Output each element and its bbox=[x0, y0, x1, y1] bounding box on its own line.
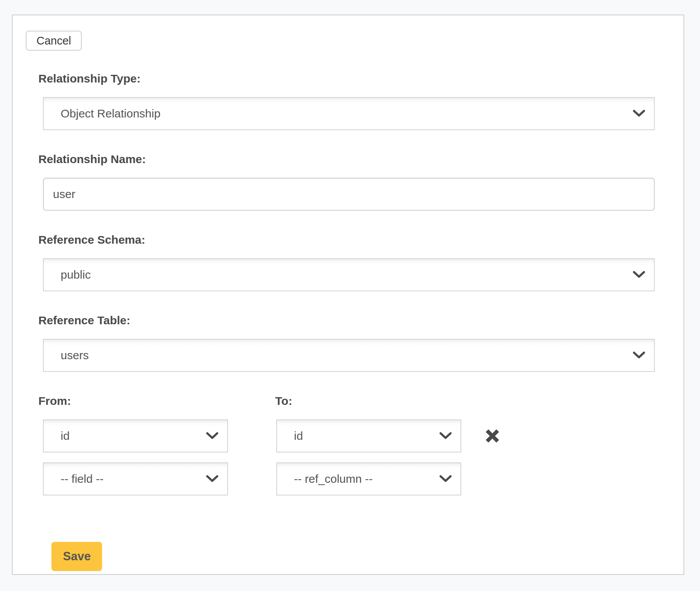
to-ref-column-select[interactable]: -- ref_column -- bbox=[276, 462, 461, 495]
chevron-down-icon bbox=[206, 475, 219, 483]
chevron-down-icon bbox=[206, 432, 219, 440]
relationship-type-label: Relationship Type: bbox=[38, 72, 655, 85]
relationship-form: Relationship Type: Object Relationship R… bbox=[38, 72, 655, 571]
relationship-type-value: Object Relationship bbox=[61, 107, 160, 120]
add-relationship-panel: Cancel Relationship Type: Object Relatio… bbox=[12, 15, 684, 575]
relationship-name-input[interactable] bbox=[43, 178, 655, 211]
mapping-row: -- field -- -- ref_column -- bbox=[38, 462, 655, 495]
chevron-down-icon bbox=[632, 352, 646, 359]
chevron-down-icon bbox=[632, 271, 646, 279]
to-ref-column-value: -- ref_column -- bbox=[294, 472, 373, 485]
reference-table-select[interactable]: users bbox=[43, 339, 655, 372]
chevron-down-icon bbox=[632, 110, 646, 117]
relationship-name-label: Relationship Name: bbox=[38, 153, 655, 166]
chevron-down-icon bbox=[439, 475, 452, 483]
from-label: From: bbox=[38, 395, 275, 408]
to-label: To: bbox=[275, 395, 292, 408]
reference-schema-value: public bbox=[61, 268, 91, 281]
reference-schema-label: Reference Schema: bbox=[38, 233, 655, 246]
reference-table-value: users bbox=[61, 349, 89, 362]
chevron-down-icon bbox=[439, 432, 452, 440]
reference-table-label: Reference Table: bbox=[38, 314, 655, 327]
to-column-select[interactable]: id bbox=[276, 419, 461, 452]
from-column-select[interactable]: id bbox=[43, 419, 228, 452]
relationship-type-select[interactable]: Object Relationship bbox=[43, 97, 655, 130]
from-field-select[interactable]: -- field -- bbox=[43, 462, 228, 495]
to-column-value: id bbox=[294, 429, 303, 442]
save-button[interactable]: Save bbox=[51, 542, 102, 571]
reference-schema-select[interactable]: public bbox=[43, 258, 655, 291]
from-field-value: -- field -- bbox=[61, 472, 104, 485]
column-mapping-header: From: To: bbox=[38, 395, 655, 419]
mapping-row: id id bbox=[38, 419, 655, 452]
from-column-value: id bbox=[61, 429, 69, 442]
cancel-button[interactable]: Cancel bbox=[26, 31, 82, 51]
close-icon[interactable] bbox=[486, 429, 499, 442]
